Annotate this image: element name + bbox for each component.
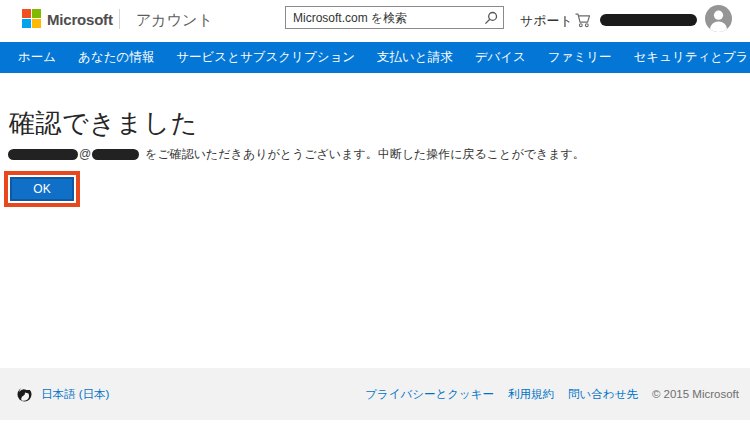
- redacted-account-name: [600, 14, 697, 26]
- search-button[interactable]: [479, 7, 503, 28]
- cart-icon: [574, 11, 592, 29]
- main-nav: ホーム あなたの情報 サービスとサブスクリプション 支払いと請求 デバイス ファ…: [0, 42, 750, 73]
- nav-item-devices[interactable]: デバイス: [464, 42, 537, 73]
- footer-link-terms[interactable]: 利用規約: [508, 387, 554, 402]
- nav-item-payment-billing[interactable]: 支払いと請求: [366, 42, 464, 73]
- search-box: [285, 6, 504, 29]
- account-page: Microsoft アカウント サポート: [0, 0, 750, 426]
- footer: 日本語 (日本) プライバシーとクッキー 利用規約 問い合わせ先 © 2015 …: [0, 368, 750, 420]
- footer-link-contact[interactable]: 問い合わせ先: [568, 387, 638, 402]
- confirmation-text: をご確認いただきありがとうございます。中断した操作に戻ることができます。: [145, 146, 585, 163]
- app-title: アカウント: [136, 11, 213, 30]
- main-content: 確認できました @ をご確認いただきありがとうございます。中断した操作に戻ること…: [0, 73, 750, 368]
- nav-item-home[interactable]: ホーム: [7, 42, 67, 73]
- ok-button[interactable]: OK: [10, 177, 74, 201]
- copyright-text: © 2015 Microsoft: [652, 388, 739, 400]
- microsoft-logo-icon[interactable]: [22, 9, 41, 28]
- logo-square-yellow: [32, 19, 41, 28]
- footer-link-privacy-cookies[interactable]: プライバシーとクッキー: [365, 387, 494, 402]
- logo-square-green: [32, 9, 41, 18]
- page-title: 確認できました: [9, 106, 198, 141]
- globe-icon: [17, 387, 32, 402]
- language-selector[interactable]: 日本語 (日本): [41, 387, 109, 402]
- nav-item-security-privacy[interactable]: セキュリティとプライバシー: [623, 42, 750, 73]
- support-link[interactable]: サポート: [520, 12, 573, 30]
- avatar-icon: [705, 5, 732, 32]
- nav-item-services-subscriptions[interactable]: サービスとサブスクリプション: [165, 42, 366, 73]
- logo-square-blue: [22, 19, 31, 28]
- logo-square-red: [22, 9, 31, 18]
- top-header: Microsoft アカウント サポート: [0, 0, 750, 42]
- redacted-email-domain: [92, 149, 139, 160]
- avatar[interactable]: [705, 5, 732, 32]
- footer-right: プライバシーとクッキー 利用規約 問い合わせ先 © 2015 Microsoft: [365, 387, 739, 402]
- cart-button[interactable]: [574, 11, 592, 29]
- at-sign: @: [79, 147, 91, 161]
- highlight-annotation-frame: OK: [4, 171, 80, 207]
- confirmation-message: @ をご確認いただきありがとうございます。中断した操作に戻ることができます。: [8, 147, 585, 161]
- footer-left: 日本語 (日本): [17, 387, 109, 402]
- search-input[interactable]: [286, 11, 479, 25]
- nav-item-family[interactable]: ファミリー: [537, 42, 623, 73]
- microsoft-logo-text[interactable]: Microsoft: [47, 11, 113, 28]
- nav-item-your-info[interactable]: あなたの情報: [67, 42, 165, 73]
- redacted-email-user: [8, 149, 78, 160]
- header-divider: [119, 9, 120, 29]
- search-icon: [484, 11, 498, 25]
